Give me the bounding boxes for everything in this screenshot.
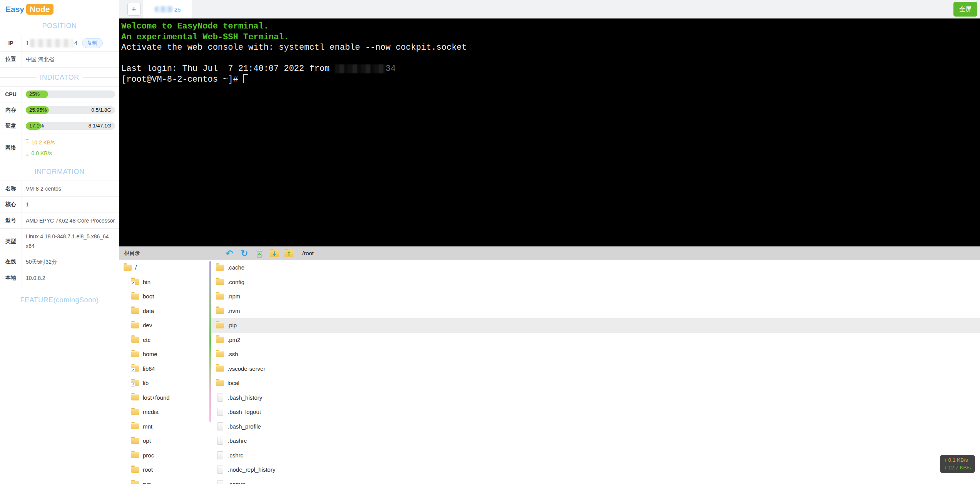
information-row: 类型 Linux 4.18.0-348.7.1.el8_5.x86_64 x64 [0,229,119,254]
folder-icon [131,351,139,357]
file-item-icon [216,322,224,328]
tree-item[interactable]: mnt [119,419,211,434]
tree-item[interactable]: home [119,347,211,362]
file-item[interactable]: .bash_profile [211,419,980,434]
file-item[interactable]: .bash_history [211,390,980,405]
divider-line [0,172,30,172]
tree-item[interactable]: proc [119,448,211,463]
location-value: 中国 河北省 [22,52,119,67]
disk-row: 硬盘 17.1% 8.1/47.1G [0,118,119,134]
folder-icon [131,279,139,285]
undo-icon[interactable]: ↶ [225,248,234,259]
tree-item[interactable]: dev [119,318,211,333]
tree-item[interactable]: bin [119,275,211,290]
information-row-label: 类型 [0,229,22,254]
information-row: 核心 1 [0,197,119,213]
directory-tree: / bin boot [119,260,211,484]
terminal-tab-active[interactable]: 25 [143,0,192,18]
file-item-icon [216,337,224,343]
file-item[interactable]: .npm [211,289,980,304]
tree-item-name: run [143,481,151,484]
add-tab-button[interactable]: + [127,3,140,16]
tab-label-suffix: 25 [174,6,181,13]
tree-item[interactable]: lib [119,376,211,390]
tree-item-name: lib64 [143,365,155,372]
tree-item[interactable]: / [119,260,211,275]
file-item[interactable]: .node_repl_history [211,462,980,477]
file-item[interactable]: .ssh [211,347,980,362]
tree-item[interactable]: opt [119,434,211,448]
refresh-icon[interactable]: ↻ [240,248,249,259]
information-row: 型号 AMD EPYC 7K62 48-Core Processor [0,213,119,229]
location-row: 位置 中国 河北省 [0,52,119,68]
divider-line [89,172,119,172]
file-item-name: .ssh [227,351,238,357]
divider-line [103,300,119,300]
ip-row: IP 14 复制 [0,35,119,52]
information-row-value: VM-8-2-centos [22,181,119,197]
folder-icon [131,467,139,473]
logo-node-badge: Node [26,4,54,15]
tree-item[interactable]: lost+found [119,390,211,405]
file-item[interactable]: local [211,376,980,390]
directory-tree-pane: / bin boot [119,260,211,484]
information-row: 本地 10.0.8.2 [0,270,119,286]
location-label: 位置 [0,52,22,67]
information-row-label: 在线 [0,254,22,270]
disk-label: 硬盘 [0,118,22,134]
fullscreen-button[interactable]: 全屏 [953,2,977,17]
upload-arrow-icon: ↑ [26,139,28,146]
folder-icon [131,394,139,400]
file-item[interactable]: .bashrc [211,434,980,448]
file-item[interactable]: .cache [211,260,980,275]
tree-item[interactable]: etc [119,333,211,347]
divider-line [83,77,119,78]
blurred-tab-label [154,6,174,12]
tree-item[interactable]: run [119,477,211,484]
tree-item-name: home [143,351,157,357]
tree-item[interactable]: data [119,304,211,318]
folder-icon [131,481,139,484]
disk-meter: 17.1% 8.1/47.1G [26,122,115,130]
badge-upload-speed: ↑ 0.1 KB/s [944,456,971,464]
download-arrow-icon: ↓ [26,150,28,156]
divider-line [81,26,119,26]
copy-ip-button[interactable]: 复制 [82,38,103,48]
folder-icon [131,308,139,314]
tree-scrollbar-thumb[interactable] [209,261,211,422]
tree-item[interactable]: lib64 [119,362,211,376]
terminal[interactable]: Welcome to EasyNode terminal. An experim… [119,18,980,246]
file-item-icon [216,351,224,357]
file-item[interactable]: .cshrc [211,448,980,463]
blurred-login-ip [335,64,386,73]
trash-icon[interactable] [255,248,264,259]
terminal-line-activate: Activate the web console with: systemctl… [121,42,980,53]
file-item-icon [216,365,224,372]
file-item[interactable]: .config [211,275,980,290]
file-item-name: .cshrc [228,452,243,459]
indicator-section-header: INDICATOR [0,74,119,82]
file-item[interactable]: .nvm [211,304,980,318]
file-item[interactable]: .pm2 [211,333,980,347]
file-item[interactable]: .npmrc [211,477,980,484]
badge-up-arrow-icon: ↑ [944,457,947,463]
file-item[interactable]: .pip [211,318,980,333]
tree-item[interactable]: media [119,405,211,419]
position-section-header: POSITION [0,22,119,30]
disk-percent: 17.1% [29,122,44,130]
file-item-icon [217,394,223,402]
terminal-cursor [243,74,248,83]
tree-item[interactable]: root [119,462,211,477]
indicator-table: CPU 25% 内存 25.95% 0.5/1.8G [0,86,119,162]
upload-folder-icon[interactable]: ↑ [284,250,293,257]
file-item-name: .bashrc [228,437,247,444]
tree-item[interactable]: boot [119,289,211,304]
information-section-header: INFORMATION [0,168,119,176]
tree-item-name: mnt [143,423,152,430]
divider-line [0,26,38,26]
file-item[interactable]: .vscode-server [211,362,980,376]
tree-item-name: dev [143,322,152,328]
download-folder-icon[interactable]: ↓ [270,250,279,257]
logo-easy: Easy [5,5,24,13]
file-item[interactable]: .bash_logout [211,405,980,419]
